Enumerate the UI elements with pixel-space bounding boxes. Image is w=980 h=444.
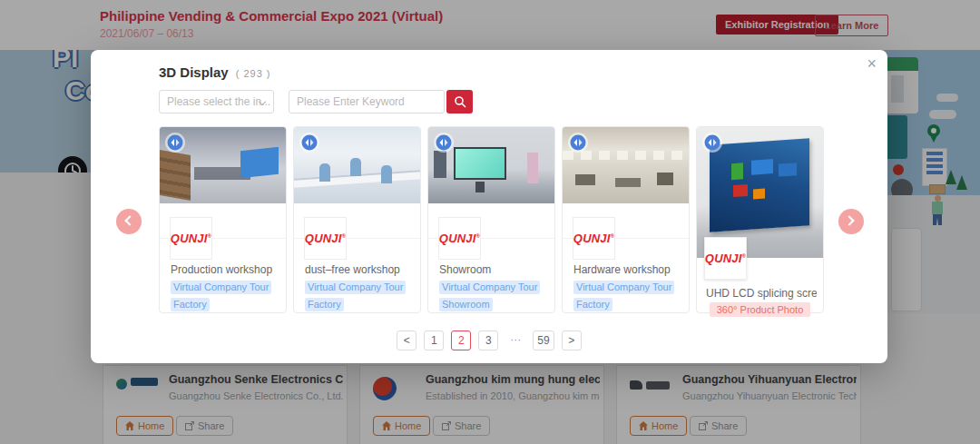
brand-logo: QUNJI®	[305, 232, 346, 245]
brand-logo-box: QUNJI®	[170, 217, 212, 260]
page-button-1[interactable]: 1	[424, 331, 444, 350]
tour-title: dust–free workshop	[305, 263, 416, 276]
audio-badge-icon	[165, 133, 185, 153]
tour-thumbnail[interactable]	[160, 127, 286, 203]
industry-select-placeholder: Please select the in...	[167, 95, 270, 108]
tour-card[interactable]: QUNJI® Showroom Virtual Company Tour Sho…	[427, 126, 555, 313]
page-button-3[interactable]: 3	[478, 331, 498, 350]
tour-tags: Virtual Company Tour Factory	[573, 279, 676, 313]
tag: 360° Product Photo	[710, 302, 811, 317]
brand-logo: QUNJI®	[573, 232, 614, 245]
tour-card[interactable]: QUNJI® UHD LCD splicing scree... 360° Pr…	[696, 126, 824, 313]
filter-bar: Please select the in...	[159, 90, 473, 113]
audio-badge-icon	[434, 133, 454, 153]
tag: Factory	[171, 298, 210, 311]
tour-title: Hardware workshop	[573, 263, 684, 276]
tour-card[interactable]: QUNJI® Production workshop Virtual Compa…	[159, 126, 287, 313]
search-icon	[454, 95, 466, 108]
tag: Virtual Company Tour	[171, 281, 271, 294]
tour-thumbnail[interactable]	[294, 127, 420, 203]
industry-select[interactable]: Please select the in...	[159, 90, 274, 113]
tour-title: Production workshop	[171, 263, 281, 276]
tag: Virtual Company Tour	[439, 281, 540, 294]
tour-title: Showroom	[439, 263, 550, 276]
brand-logo: QUNJI®	[171, 232, 211, 245]
chevron-left-icon	[124, 215, 134, 225]
tour-title: UHD LCD splicing scree...	[706, 287, 817, 300]
tour-tags: 360° Product Photo	[697, 301, 823, 317]
carousel-next-button[interactable]	[838, 209, 864, 234]
carousel-prev-button[interactable]	[116, 209, 142, 234]
modal-title: 3D Display	[159, 64, 229, 80]
tag: Showroom	[439, 298, 493, 311]
close-icon[interactable]: ×	[867, 55, 877, 72]
tag: Factory	[305, 298, 344, 311]
keyword-input[interactable]	[289, 90, 445, 113]
pagination: < 1 2 3 ··· 59 >	[91, 331, 887, 350]
brand-logo-box: QUNJI®	[573, 217, 615, 260]
tour-tags: Virtual Company Tour Factory	[305, 279, 407, 313]
brand-logo-box: QUNJI®	[438, 217, 481, 260]
tag: Virtual Company Tour	[305, 281, 406, 294]
brand-logo-box: QUNJI®	[304, 217, 347, 260]
audio-badge-icon	[299, 133, 319, 153]
page-next-button[interactable]: >	[562, 331, 582, 350]
result-count: ( 293 )	[236, 68, 271, 79]
audio-badge-icon	[568, 133, 588, 153]
search-button[interactable]	[446, 90, 473, 113]
brand-logo: QUNJI®	[439, 232, 480, 245]
3d-tour-card-list: QUNJI® Production workshop Virtual Compa…	[159, 126, 824, 313]
page-prev-button[interactable]: <	[397, 331, 416, 350]
tour-thumbnail[interactable]	[428, 127, 554, 203]
chevron-right-icon	[844, 215, 854, 225]
page-button-2-active[interactable]: 2	[451, 331, 471, 350]
3d-display-modal: × 3D Display ( 293 ) Please select the i…	[91, 50, 887, 363]
tour-card[interactable]: QUNJI® dust–free workshop Virtual Compan…	[293, 126, 421, 313]
tour-tags: Virtual Company Tour Factory	[171, 279, 273, 313]
tour-tags: Virtual Company Tour Showroom	[439, 279, 542, 313]
modal-header: 3D Display ( 293 )	[159, 64, 271, 80]
tag: Factory	[573, 298, 612, 311]
tour-card[interactable]: QUNJI® Hardware workshop Virtual Company…	[562, 126, 690, 313]
page-button-59[interactable]: 59	[533, 331, 554, 350]
tour-thumbnail[interactable]	[563, 127, 689, 203]
tag: Virtual Company Tour	[573, 281, 674, 294]
page-ellipsis: ···	[505, 331, 525, 350]
brand-logo-box: QUNJI®	[704, 237, 747, 280]
audio-badge-icon	[702, 133, 722, 153]
brand-logo: QUNJI®	[705, 252, 746, 265]
